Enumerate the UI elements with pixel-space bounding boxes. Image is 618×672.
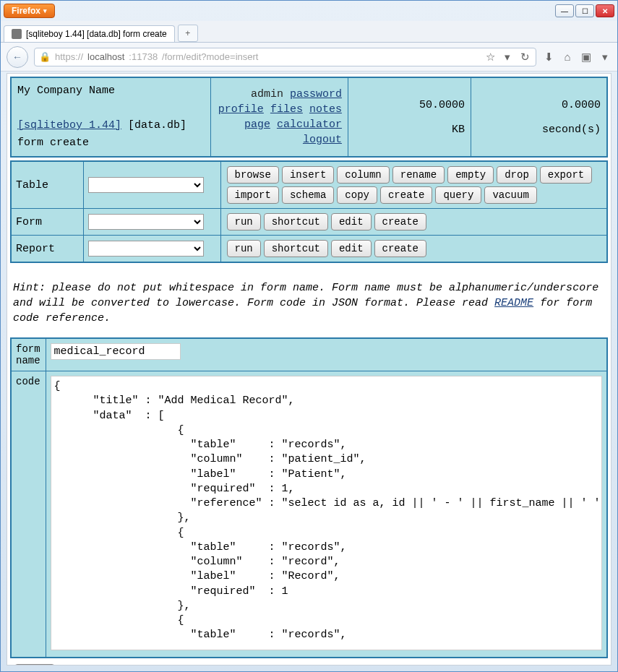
url-path: /form/edit?mode=insert [162,51,258,62]
firefox-menu-button[interactable]: Firefox [4,4,55,18]
bookmarks-icon[interactable]: ▣ [580,51,593,64]
table-export-button[interactable]: export [540,166,592,184]
readme-link[interactable]: README [494,297,533,309]
code-textarea[interactable] [51,376,603,650]
table-browse-button[interactable]: browse [227,166,279,184]
link-notes[interactable]: notes [309,103,342,116]
table-vacuum-button[interactable]: vacuum [484,186,536,204]
form-select[interactable] [88,214,204,230]
link-page[interactable]: page [244,119,270,131]
app-header: My Company Name [sqliteboy 1.44] [data.d… [11,77,210,157]
page-name: form create [17,137,89,149]
nav-back-button[interactable]: ← [7,46,28,68]
form-create-button[interactable]: create [374,213,426,231]
table-query-button[interactable]: query [435,186,481,204]
table-copy-button[interactable]: copy [337,186,377,204]
kb-value: 50.0000 [419,99,465,111]
sec-label: second(s) [542,124,601,136]
lock-icon: 🔒 [39,51,51,62]
save-button[interactable]: save [14,664,55,665]
bookmark-star-icon[interactable]: ☆ [484,51,497,64]
report-select[interactable] [88,241,204,257]
new-tab-button[interactable]: + [178,25,198,42]
table-label: Table [11,161,83,209]
url-port: :11738 [129,51,158,62]
window-maximize-button[interactable]: ☐ [575,4,594,17]
company-name: My Company Name [17,85,115,97]
sec-value: 0.0000 [562,99,601,111]
link-calculator[interactable]: calculator [277,119,342,131]
tab-title: [sqliteboy 1.44] [data.db] form create [26,29,167,39]
table-import-button[interactable]: import [227,186,279,204]
url-scheme: https:// [55,51,83,62]
url-dropdown-icon[interactable]: ▾ [501,51,514,64]
table-create-button[interactable]: create [380,186,432,204]
link-profile[interactable]: profile [218,103,264,116]
db-name: [data.db] [128,119,186,132]
window-minimize-button[interactable]: — [555,4,574,17]
reload-icon[interactable]: ↻ [518,51,531,64]
bookmarks-dropdown-icon[interactable]: ▾ [598,51,611,64]
table-select[interactable] [88,177,204,193]
link-files[interactable]: files [270,103,303,116]
user-label: admin [251,88,283,100]
home-icon[interactable]: ⌂ [561,51,574,63]
report-edit-button[interactable]: edit [331,240,372,257]
report-run-button[interactable]: run [227,240,261,257]
table-drop-button[interactable]: drop [497,166,537,184]
report-shortcut-button[interactable]: shortcut [264,240,328,257]
window-close-button[interactable]: ✕ [596,4,614,17]
table-schema-button[interactable]: schema [282,186,334,204]
code-label: code [11,371,46,658]
favicon-icon [12,29,22,39]
app-link[interactable]: [sqliteboy 1.44] [17,119,121,132]
url-bar[interactable]: 🔒 https://localhost:11738/form/edit?mode… [34,48,536,66]
form-edit-button[interactable]: edit [331,213,372,231]
form-name-label: form name [11,338,46,371]
kb-label: KB [452,124,465,136]
download-icon[interactable]: ⬇ [542,51,555,64]
table-empty-button[interactable]: empty [447,166,494,184]
form-run-button[interactable]: run [227,213,261,231]
link-password[interactable]: password [290,88,342,100]
form-shortcut-button[interactable]: shortcut [264,213,328,231]
table-column-button[interactable]: column [337,166,389,184]
form-label: Form [11,209,83,236]
table-rename-button[interactable]: rename [392,166,445,184]
url-host: localhost [87,51,124,62]
table-insert-button[interactable]: insert [282,166,334,184]
report-create-button[interactable]: create [374,240,426,257]
browser-tab[interactable]: [sqliteboy 1.44] [data.db] form create [4,25,175,42]
report-label: Report [11,236,83,263]
hint-text: Hint: please do not put whitespace in fo… [13,280,605,326]
form-name-input[interactable] [51,343,181,360]
link-logout[interactable]: logout [303,134,342,146]
